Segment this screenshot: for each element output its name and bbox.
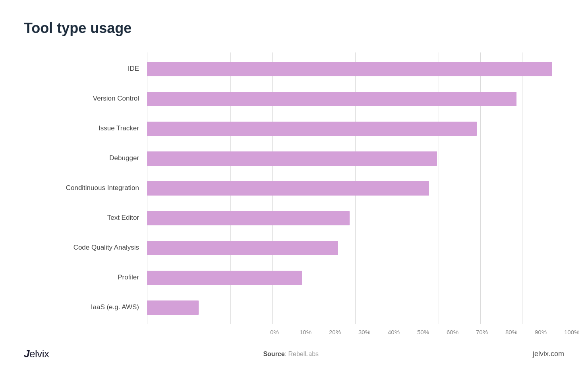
- x-axis-container: 0%10%20%30%40%50%60%70%80%90%100%: [147, 324, 564, 336]
- y-label: Text Editor: [24, 214, 139, 222]
- y-label: IaaS (e.g. AWS): [24, 303, 139, 311]
- bar-row: [147, 209, 564, 227]
- bar-row: [147, 150, 564, 167]
- y-label: IDE: [24, 65, 139, 73]
- logo-elvix: elvix: [29, 348, 49, 360]
- bar: [147, 122, 477, 136]
- bar-row: [147, 239, 564, 257]
- y-label: Code Quality Analysis: [24, 244, 139, 252]
- bar: [147, 300, 199, 315]
- bar-row: [147, 90, 564, 108]
- bar-row: [147, 60, 564, 78]
- chart-container: Tool type usage IDEVersion ControlIssue …: [0, 0, 588, 376]
- y-label: Version Control: [24, 95, 139, 103]
- source-text: Source: RebelLabs: [263, 351, 319, 358]
- bar: [147, 151, 437, 166]
- y-label: Conditinuous Integration: [24, 184, 139, 192]
- bar: [147, 211, 350, 225]
- source-label: Source: [263, 351, 284, 357]
- bar-row: [147, 180, 564, 197]
- chart-area: IDEVersion ControlIssue TrackerDebuggerC…: [24, 52, 564, 336]
- website-text: jelvix.com: [533, 350, 564, 358]
- bar: [147, 62, 552, 76]
- y-label: Profiler: [24, 273, 139, 281]
- bar: [147, 241, 338, 255]
- logo-j: J: [24, 348, 29, 360]
- x-axis: 0%10%20%30%40%50%60%70%80%90%100%: [270, 324, 564, 336]
- bar: [147, 271, 302, 285]
- bar: [147, 92, 516, 106]
- bar: [147, 181, 429, 196]
- y-label: Debugger: [24, 154, 139, 162]
- bars-section: IDEVersion ControlIssue TrackerDebuggerC…: [24, 52, 564, 324]
- bar-row: [147, 269, 564, 287]
- chart-title: Tool type usage: [24, 20, 564, 37]
- footer: Jelvix Source: RebelLabs jelvix.com: [24, 348, 564, 360]
- bars-and-grid: [147, 52, 564, 324]
- y-label: Issue Tracker: [24, 124, 139, 132]
- bar-row: [147, 299, 564, 316]
- bars-wrapper: [147, 52, 564, 324]
- y-labels: IDEVersion ControlIssue TrackerDebuggerC…: [24, 52, 147, 324]
- source-value: RebelLabs: [288, 351, 319, 357]
- logo: Jelvix: [24, 348, 49, 360]
- bar-row: [147, 120, 564, 138]
